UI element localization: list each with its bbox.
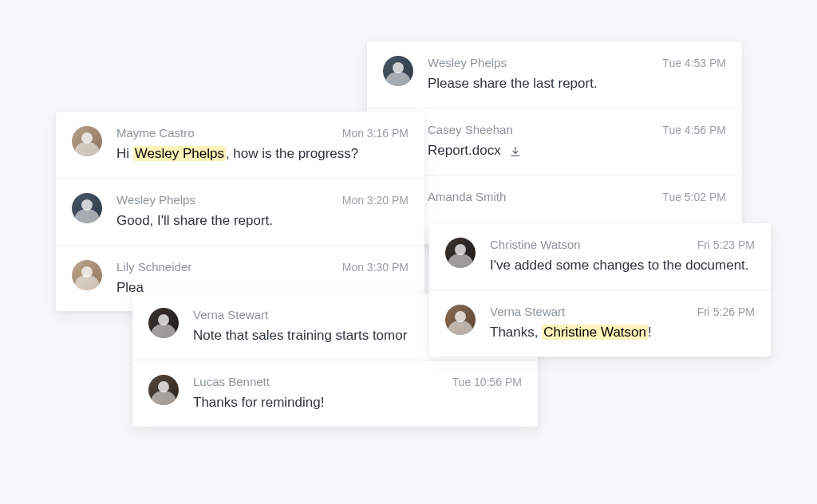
message-author[interactable]: Wesley Phelps <box>428 56 507 69</box>
message-time: Tue 4:53 PM <box>662 57 726 69</box>
message-body: I've added some changes to the document. <box>490 256 755 275</box>
message-body: Thanks, Christine Watson! <box>490 323 755 342</box>
message-time: Mon 3:16 PM <box>342 127 408 140</box>
message-item[interactable]: Christine Watson Fri 5:23 PM I've added … <box>429 223 771 290</box>
message-item[interactable]: Lucas Bennett Tue 10:56 PM Thanks for re… <box>132 360 538 427</box>
message-time: Mon 3:30 PM <box>342 261 408 274</box>
message-author[interactable]: Casey Sheehan <box>428 123 513 136</box>
avatar[interactable] <box>148 375 179 405</box>
message-body: Please share the last report. <box>428 74 726 93</box>
message-time: Tue 10:56 PM <box>452 376 522 388</box>
message-author[interactable]: Verna Stewart <box>490 305 565 318</box>
message-time: Mon 3:20 PM <box>342 194 408 207</box>
message-body: Thanks for reminding! <box>193 393 522 412</box>
message-body: Hi Wesley Phelps, how is the progress? <box>116 144 408 163</box>
message-time: Fri 5:26 PM <box>697 305 755 318</box>
message-time: Tue 5:02 PM <box>662 191 726 203</box>
message-author[interactable]: Mayme Castro <box>116 126 195 140</box>
message-author[interactable]: Christine Watson <box>490 238 581 251</box>
message-item[interactable]: Wesley Phelps Tue 4:53 PM Please share t… <box>367 41 742 108</box>
avatar[interactable] <box>445 238 476 268</box>
chat-card: Christine Watson Fri 5:23 PM I've added … <box>429 223 771 356</box>
message-time: Tue 4:56 PM <box>662 124 726 136</box>
message-author[interactable]: Amanda Smith <box>428 190 506 203</box>
avatar[interactable] <box>72 260 102 290</box>
avatar[interactable] <box>72 193 102 223</box>
message-author[interactable]: Wesley Phelps <box>116 193 195 207</box>
file-name: Report.docx <box>428 141 501 160</box>
message-time: Fri 5:23 PM <box>697 238 755 251</box>
chat-card: Mayme Castro Mon 3:16 PM Hi Wesley Phelp… <box>56 112 424 311</box>
mention[interactable]: Wesley Phelps <box>133 146 226 161</box>
message-author[interactable]: Verna Stewart <box>193 308 268 321</box>
message-item[interactable]: Verna Stewart Fri 5:26 PM Thanks, Christ… <box>429 290 771 356</box>
avatar[interactable] <box>148 308 179 338</box>
message-author[interactable]: Lucas Bennett <box>193 375 270 388</box>
avatar[interactable] <box>72 126 102 156</box>
message-body: Good, I'll share the report. <box>116 211 408 230</box>
message-author[interactable]: Lily Schneider <box>116 260 191 274</box>
download-icon[interactable] <box>509 144 522 157</box>
file-attachment[interactable]: Report.docx <box>428 141 522 160</box>
message-item[interactable]: Wesley Phelps Mon 3:20 PM Good, I'll sha… <box>56 179 424 246</box>
avatar[interactable] <box>383 56 413 86</box>
avatar[interactable] <box>445 305 476 335</box>
message-item[interactable]: Mayme Castro Mon 3:16 PM Hi Wesley Phelp… <box>56 112 424 179</box>
mention[interactable]: Christine Watson <box>542 325 648 340</box>
